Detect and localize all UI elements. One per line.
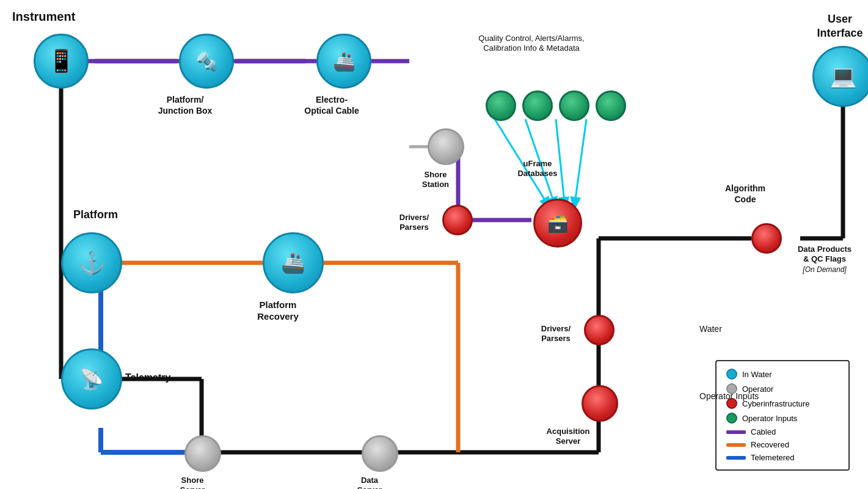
legend-cabled: Cabled: [726, 427, 839, 436]
user-interface-label: UserInterface: [812, 12, 867, 40]
operator-input-1: [486, 90, 516, 121]
drivers-parsers-top-label: Drivers/Parsers: [390, 213, 439, 233]
platform-recovery-node: 🚢: [263, 232, 324, 293]
legend-cyan-circle: [726, 369, 737, 380]
shore-station-label: ShoreStation: [408, 170, 463, 190]
uframe-icon: 🗃️: [547, 213, 569, 233]
svg-line-26: [574, 119, 586, 208]
telemetry-node: 📡: [61, 348, 122, 410]
legend-in-water: In Water: [726, 369, 839, 380]
uframe-node: 🗃️: [533, 199, 582, 248]
platform-junction-node: 🔩: [179, 34, 234, 89]
algorithm-code-node: [751, 223, 782, 254]
data-server-node: [362, 435, 398, 472]
quality-control-label: Quality Control, Alerts/Alarms,Calibrati…: [452, 34, 611, 54]
legend-operator-inputs: Operator Inputs: [726, 413, 839, 424]
operator-inputs-region-label: Operator Inputs: [699, 391, 840, 402]
electro-optical-node: 🚢: [316, 34, 371, 89]
platform-label: Platform: [73, 208, 118, 222]
legend-in-water-label: In Water: [742, 370, 772, 379]
platform-junction-icon: 🔩: [195, 51, 218, 72]
acquisition-server-node: [582, 385, 618, 422]
legend-cabled-label: Cabled: [751, 427, 776, 436]
operator-input-2: [522, 90, 553, 121]
platform-node: ⚓: [61, 232, 122, 293]
electro-optical-icon: 🚢: [333, 51, 356, 72]
user-interface-icon: 💻: [830, 64, 857, 89]
shore-server-label: ShoreServer: [165, 476, 220, 489]
instrument-node: 📱: [34, 34, 89, 89]
legend-box: In Water Operator Cyberinfrastructure Op…: [715, 360, 850, 471]
platform-icon: ⚓: [78, 250, 106, 276]
operator-input-4: [596, 90, 626, 121]
legend-green-circle: [726, 413, 737, 424]
telemetry-icon: 📡: [79, 367, 104, 391]
data-products-label: Data Products& QC Flags[On Demand]: [788, 244, 861, 274]
electro-optical-label: Electro-Optical Cable: [292, 95, 371, 116]
user-interface-node: 💻: [812, 46, 868, 107]
legend-telemetered-line: [726, 456, 746, 460]
shore-station-node: [428, 128, 464, 165]
data-server-label: DataServer: [345, 476, 394, 489]
drivers-parsers-mid-label: Drivers/Parsers: [531, 324, 580, 344]
drivers-parsers-mid-node: [584, 315, 615, 345]
drivers-parsers-top-node: [442, 205, 473, 235]
legend-recovered: Recovered: [726, 440, 839, 449]
legend-recovered-label: Recovered: [751, 440, 789, 449]
algorithm-code-label: AlgorithmCode: [712, 183, 779, 205]
acquisition-server-label: AcquisitionServer: [531, 427, 605, 447]
uframe-label: uFrameDatabases: [507, 159, 568, 179]
legend-operator-inputs-label: Operator Inputs: [742, 414, 797, 423]
water-region-label: Water: [699, 324, 840, 335]
legend-telemetered-label: Telemetered: [751, 453, 795, 462]
legend-cabled-line: [726, 430, 746, 434]
instrument-icon: 📱: [48, 48, 75, 74]
legend-telemetered: Telemetered: [726, 453, 839, 462]
legend-recovered-line: [726, 443, 746, 447]
platform-recovery-label: PlatformRecovery: [238, 300, 318, 323]
telemetry-label: Telemetry: [125, 372, 170, 384]
platform-junction-label: Platform/Junction Box: [145, 95, 225, 116]
diagram-container: Instrument 📱 🔩 Platform/Junction Box 🚢 E…: [0, 0, 868, 489]
operator-input-3: [559, 90, 589, 121]
instrument-label: Instrument: [12, 9, 75, 24]
shore-server-node: [184, 435, 221, 472]
platform-recovery-icon: 🚢: [281, 251, 305, 274]
